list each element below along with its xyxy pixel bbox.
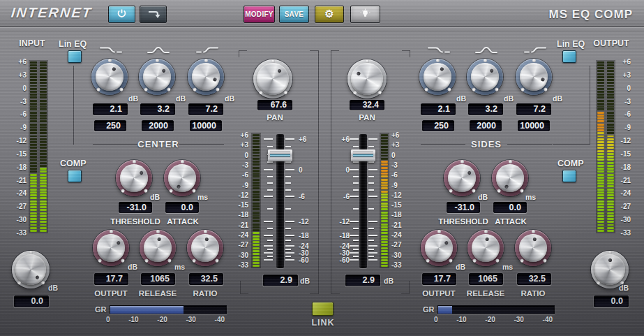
comp-output-value[interactable]: 17.7 xyxy=(94,273,128,285)
attack-unit: ms xyxy=(525,193,536,201)
knob-indicator xyxy=(212,77,216,81)
gr-meter-scale: 0-10-20-30-40 xyxy=(434,316,553,323)
pan-knob-sides[interactable] xyxy=(347,59,387,98)
fader-unit-sides: dB xyxy=(384,277,394,285)
release-unit: ms xyxy=(502,263,513,271)
output-meter-left xyxy=(597,61,605,233)
eq-high-gain-value[interactable]: 7.2 xyxy=(188,103,223,115)
comp-output-unit: dB xyxy=(456,263,465,271)
comp-output-knob[interactable] xyxy=(421,230,457,266)
bell-icon xyxy=(147,45,170,54)
eq-high-freq-value[interactable]: 10000 xyxy=(518,120,550,131)
knob-indicator xyxy=(176,184,181,189)
pan-knob-center[interactable] xyxy=(253,59,292,98)
pan-value-center[interactable]: 67.6 xyxy=(257,100,292,110)
gr-label: GR xyxy=(423,305,435,314)
attack-value[interactable]: 0.0 xyxy=(493,202,527,213)
attack-value[interactable]: 0.0 xyxy=(165,202,199,213)
eq-mid-gain-knob[interactable] xyxy=(467,59,503,95)
strip-meter-scale: +6+30-3-6-9-12-15-18-21-24-27-30-33 xyxy=(232,135,248,265)
threshold-unit: dB xyxy=(478,193,488,201)
eq-mid-freq-value[interactable]: 2000 xyxy=(142,120,174,131)
eq-low-gain-knob[interactable] xyxy=(91,59,128,95)
attack-knob[interactable] xyxy=(164,160,200,196)
output-gain-value[interactable]: 0.0 xyxy=(594,295,629,307)
fader-scale: +60-6-12-18-24-30-60 xyxy=(331,134,350,268)
eq-mid-freq-value[interactable]: 2000 xyxy=(470,120,502,131)
gr-meter-fill xyxy=(438,306,452,314)
eq-low-gain-value[interactable]: 2.1 xyxy=(93,103,128,115)
attack-label: ATTACK xyxy=(149,217,216,226)
pan-label-center: PAN xyxy=(257,113,292,122)
knob-indicator xyxy=(608,258,612,262)
low-shelf-icon xyxy=(100,45,122,54)
gr-meter-fill xyxy=(110,306,184,314)
attack-unit: ms xyxy=(197,193,208,201)
output-gain-knob[interactable] xyxy=(591,251,629,288)
ratio-value[interactable]: 32.5 xyxy=(517,273,551,285)
eq-mid-unit: dB xyxy=(176,94,186,103)
ratio-knob[interactable] xyxy=(515,230,551,266)
threshold-knob[interactable] xyxy=(116,160,152,196)
output-section-label: OUTPUT xyxy=(590,38,633,48)
high-shelf-icon xyxy=(524,45,546,54)
comp-output-unit: dB xyxy=(128,263,137,271)
pan-value-sides[interactable]: 32.4 xyxy=(350,100,384,110)
fader-handle-sides[interactable] xyxy=(351,149,375,161)
ratio-knob[interactable] xyxy=(187,230,223,266)
threshold-unit: dB xyxy=(150,193,160,201)
sides-strip-meter xyxy=(380,133,389,268)
gr-meter-scale: 0-10-20-30-40 xyxy=(106,316,225,323)
ratio-label: RATIO xyxy=(172,289,239,298)
release-value[interactable]: 1065 xyxy=(141,273,175,285)
eq-low-gain-value[interactable]: 2.1 xyxy=(421,103,456,115)
comp-output-value[interactable]: 17.7 xyxy=(422,273,456,285)
threshold-value[interactable]: -31.0 xyxy=(119,202,152,213)
link-button[interactable] xyxy=(312,302,334,316)
high-shelf-icon xyxy=(196,45,218,54)
strip-meter-scale: +6+30-3-6-9-12-15-18-21-24-27-30-33 xyxy=(391,135,410,265)
pan-label-sides: PAN xyxy=(350,113,384,122)
link-label: LINK xyxy=(306,318,340,328)
fader-handle-center[interactable] xyxy=(268,149,292,161)
knob-indicator xyxy=(204,237,209,241)
ratio-value[interactable]: 32.5 xyxy=(189,273,223,285)
eq-low-freq-value[interactable]: 250 xyxy=(422,120,454,131)
release-value[interactable]: 1065 xyxy=(469,273,503,285)
comp-output-knob[interactable] xyxy=(93,230,129,266)
bell-icon xyxy=(475,45,497,54)
eq-high-gain-knob[interactable] xyxy=(516,59,552,95)
eq-high-gain-value[interactable]: 7.2 xyxy=(516,103,551,115)
knob-indicator xyxy=(532,237,537,241)
release-knob[interactable] xyxy=(467,230,504,266)
gr-label: GR xyxy=(95,305,107,314)
knob-indicator xyxy=(504,184,509,189)
eq-mid-gain-value[interactable]: 3.2 xyxy=(140,103,175,115)
output-meter-scale: +6+30-3-6-9-12-15-18-21-24-27-30-33 xyxy=(611,61,631,233)
eq-low-unit: dB xyxy=(456,94,466,103)
threshold-value[interactable]: -31.0 xyxy=(447,202,480,213)
fader-scale: +60-6-12-18-24-30-60 xyxy=(299,134,317,268)
fader-unit-center: dB xyxy=(300,277,310,285)
eq-low-unit: dB xyxy=(128,94,138,103)
eq-high-gain-knob[interactable] xyxy=(188,59,224,95)
eq-low-freq-value[interactable]: 250 xyxy=(94,120,126,131)
release-unit: ms xyxy=(174,263,185,271)
eq-low-gain-knob[interactable] xyxy=(419,59,456,95)
attack-label: ATTACK xyxy=(477,217,544,226)
center-fader-strip: 67.6 PAN +6+30-3-6-9-12-15-18-21-24-27-3… xyxy=(237,0,320,336)
eq-mid-gain-knob[interactable] xyxy=(139,59,175,95)
eq-high-freq-value[interactable]: 10000 xyxy=(190,120,222,131)
release-knob[interactable] xyxy=(140,230,176,266)
fader-value-sides[interactable]: 2.9 xyxy=(345,275,380,286)
gain-reduction-meter xyxy=(437,305,555,314)
eq-mid-gain-value[interactable]: 3.2 xyxy=(468,103,503,115)
attack-knob[interactable] xyxy=(492,160,528,196)
threshold-knob[interactable] xyxy=(444,160,480,196)
low-shelf-icon xyxy=(428,45,450,54)
fader-value-center[interactable]: 2.9 xyxy=(263,275,298,286)
output-knob-unit: dB xyxy=(619,284,629,292)
ratio-label: RATIO xyxy=(500,289,567,298)
knob-indicator xyxy=(485,237,489,241)
eq-high-unit: dB xyxy=(553,94,562,103)
